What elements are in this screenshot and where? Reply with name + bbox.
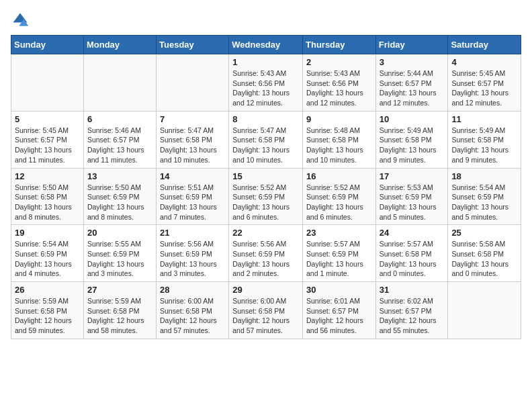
calendar-day-4-5: 23Sunrise: 5:57 AM Sunset: 6:59 PM Dayli… (303, 225, 376, 282)
calendar-day-5-4: 29Sunrise: 6:00 AM Sunset: 6:58 PM Dayli… (229, 282, 303, 339)
calendar-day-2-5: 9Sunrise: 5:48 AM Sunset: 6:58 PM Daylig… (303, 111, 376, 168)
day-info: Sunrise: 5:46 AM Sunset: 6:57 PM Dayligh… (87, 126, 152, 165)
calendar-day-3-6: 17Sunrise: 5:53 AM Sunset: 6:59 PM Dayli… (375, 168, 448, 225)
day-info: Sunrise: 5:43 AM Sunset: 6:56 PM Dayligh… (306, 68, 372, 108)
calendar-day-3-7: 18Sunrise: 5:54 AM Sunset: 6:59 PM Dayli… (448, 168, 521, 225)
day-number: 28 (160, 285, 225, 295)
day-number: 8 (232, 114, 299, 124)
day-number: 15 (232, 171, 299, 181)
day-number: 10 (380, 114, 445, 124)
day-info: Sunrise: 5:43 AM Sunset: 6:56 PM Dayligh… (232, 68, 299, 108)
calendar-day-4-2: 20Sunrise: 5:55 AM Sunset: 6:59 PM Dayli… (83, 225, 156, 282)
calendar-body: 1Sunrise: 5:43 AM Sunset: 6:56 PM Daylig… (11, 54, 521, 339)
calendar-table: SundayMondayTuesdayWednesdayThursdayFrid… (11, 35, 521, 339)
day-number: 29 (232, 285, 299, 295)
calendar-day-3-1: 12Sunrise: 5:50 AM Sunset: 6:58 PM Dayli… (11, 168, 84, 225)
day-number: 3 (380, 57, 445, 67)
calendar-day-2-7: 11Sunrise: 5:49 AM Sunset: 6:58 PM Dayli… (448, 111, 521, 168)
header-day-tuesday: Tuesday (157, 36, 229, 54)
day-info: Sunrise: 5:51 AM Sunset: 6:59 PM Dayligh… (160, 183, 225, 222)
day-info: Sunrise: 5:56 AM Sunset: 6:59 PM Dayligh… (232, 239, 299, 279)
day-info: Sunrise: 5:52 AM Sunset: 6:59 PM Dayligh… (306, 183, 372, 222)
day-info: Sunrise: 5:50 AM Sunset: 6:58 PM Dayligh… (15, 183, 80, 222)
calendar-day-3-3: 14Sunrise: 5:51 AM Sunset: 6:59 PM Dayli… (157, 168, 229, 225)
calendar-day-5-1: 26Sunrise: 5:59 AM Sunset: 6:58 PM Dayli… (11, 282, 84, 339)
day-number: 21 (160, 228, 225, 238)
day-number: 22 (232, 228, 299, 238)
logo (11, 11, 32, 30)
calendar-header: SundayMondayTuesdayWednesdayThursdayFrid… (11, 36, 521, 54)
calendar-day-2-3: 7Sunrise: 5:47 AM Sunset: 6:58 PM Daylig… (157, 111, 229, 168)
calendar-day-1-1 (11, 54, 84, 111)
day-info: Sunrise: 6:00 AM Sunset: 6:58 PM Dayligh… (232, 296, 299, 336)
calendar-day-3-2: 13Sunrise: 5:50 AM Sunset: 6:59 PM Dayli… (83, 168, 156, 225)
day-info: Sunrise: 5:54 AM Sunset: 6:59 PM Dayligh… (451, 183, 517, 222)
day-number: 5 (15, 114, 80, 124)
day-info: Sunrise: 5:59 AM Sunset: 6:58 PM Dayligh… (15, 296, 80, 336)
calendar-day-2-2: 6Sunrise: 5:46 AM Sunset: 6:57 PM Daylig… (83, 111, 156, 168)
calendar-week-1: 1Sunrise: 5:43 AM Sunset: 6:56 PM Daylig… (11, 54, 521, 111)
header-day-sunday: Sunday (11, 36, 84, 54)
day-info: Sunrise: 5:45 AM Sunset: 6:57 PM Dayligh… (15, 126, 80, 165)
header-day-monday: Monday (83, 36, 156, 54)
day-info: Sunrise: 5:49 AM Sunset: 6:58 PM Dayligh… (380, 126, 445, 165)
day-number: 1 (232, 57, 299, 67)
day-info: Sunrise: 5:50 AM Sunset: 6:59 PM Dayligh… (87, 183, 152, 222)
calendar-day-2-4: 8Sunrise: 5:47 AM Sunset: 6:58 PM Daylig… (229, 111, 303, 168)
day-number: 6 (87, 114, 152, 124)
calendar-week-3: 12Sunrise: 5:50 AM Sunset: 6:58 PM Dayli… (11, 168, 521, 225)
calendar-day-2-6: 10Sunrise: 5:49 AM Sunset: 6:58 PM Dayli… (375, 111, 448, 168)
logo-icon (11, 11, 30, 30)
day-number: 12 (15, 171, 80, 181)
calendar-day-4-3: 21Sunrise: 5:56 AM Sunset: 6:59 PM Dayli… (157, 225, 229, 282)
calendar-week-5: 26Sunrise: 5:59 AM Sunset: 6:58 PM Dayli… (11, 282, 521, 339)
day-info: Sunrise: 5:47 AM Sunset: 6:58 PM Dayligh… (160, 126, 225, 165)
header-day-friday: Friday (375, 36, 448, 54)
day-info: Sunrise: 5:47 AM Sunset: 6:58 PM Dayligh… (232, 126, 299, 165)
calendar-day-5-7 (448, 282, 521, 339)
calendar-day-1-7: 4Sunrise: 5:45 AM Sunset: 6:57 PM Daylig… (448, 54, 521, 111)
day-number: 11 (451, 114, 517, 124)
day-info: Sunrise: 6:02 AM Sunset: 6:57 PM Dayligh… (380, 296, 445, 336)
calendar-day-3-5: 16Sunrise: 5:52 AM Sunset: 6:59 PM Dayli… (303, 168, 376, 225)
calendar-day-1-4: 1Sunrise: 5:43 AM Sunset: 6:56 PM Daylig… (229, 54, 303, 111)
day-number: 19 (15, 228, 80, 238)
header-row: SundayMondayTuesdayWednesdayThursdayFrid… (11, 36, 521, 54)
day-info: Sunrise: 5:55 AM Sunset: 6:59 PM Dayligh… (87, 239, 152, 279)
day-number: 2 (306, 57, 372, 67)
day-number: 31 (380, 285, 445, 295)
day-info: Sunrise: 5:53 AM Sunset: 6:59 PM Dayligh… (380, 183, 445, 222)
day-number: 17 (380, 171, 445, 181)
day-info: Sunrise: 5:52 AM Sunset: 6:59 PM Dayligh… (232, 183, 299, 222)
day-info: Sunrise: 5:58 AM Sunset: 6:58 PM Dayligh… (451, 239, 517, 279)
calendar-day-1-5: 2Sunrise: 5:43 AM Sunset: 6:56 PM Daylig… (303, 54, 376, 111)
day-number: 27 (87, 285, 152, 295)
day-info: Sunrise: 6:01 AM Sunset: 6:57 PM Dayligh… (306, 296, 372, 336)
day-info: Sunrise: 5:54 AM Sunset: 6:59 PM Dayligh… (15, 239, 80, 279)
calendar-day-4-4: 22Sunrise: 5:56 AM Sunset: 6:59 PM Dayli… (229, 225, 303, 282)
day-info: Sunrise: 5:45 AM Sunset: 6:57 PM Dayligh… (451, 68, 517, 108)
day-number: 24 (380, 228, 445, 238)
day-info: Sunrise: 5:49 AM Sunset: 6:58 PM Dayligh… (451, 126, 517, 165)
header-day-thursday: Thursday (303, 36, 376, 54)
calendar-day-5-2: 27Sunrise: 5:59 AM Sunset: 6:58 PM Dayli… (83, 282, 156, 339)
day-number: 26 (15, 285, 80, 295)
calendar-day-1-2 (83, 54, 156, 111)
day-number: 18 (451, 171, 517, 181)
calendar-week-2: 5Sunrise: 5:45 AM Sunset: 6:57 PM Daylig… (11, 111, 521, 168)
calendar-day-1-6: 3Sunrise: 5:44 AM Sunset: 6:57 PM Daylig… (375, 54, 448, 111)
header-day-wednesday: Wednesday (229, 36, 303, 54)
day-info: Sunrise: 5:56 AM Sunset: 6:59 PM Dayligh… (160, 239, 225, 279)
day-number: 16 (306, 171, 372, 181)
calendar-day-4-1: 19Sunrise: 5:54 AM Sunset: 6:59 PM Dayli… (11, 225, 84, 282)
day-number: 20 (87, 228, 152, 238)
page-header (11, 11, 521, 30)
calendar-week-4: 19Sunrise: 5:54 AM Sunset: 6:59 PM Dayli… (11, 225, 521, 282)
calendar-day-5-3: 28Sunrise: 6:00 AM Sunset: 6:58 PM Dayli… (157, 282, 229, 339)
day-info: Sunrise: 5:57 AM Sunset: 6:58 PM Dayligh… (380, 239, 445, 279)
day-number: 7 (160, 114, 225, 124)
day-number: 4 (451, 57, 517, 67)
day-info: Sunrise: 6:00 AM Sunset: 6:58 PM Dayligh… (160, 296, 225, 336)
calendar-day-2-1: 5Sunrise: 5:45 AM Sunset: 6:57 PM Daylig… (11, 111, 84, 168)
day-number: 25 (451, 228, 517, 238)
